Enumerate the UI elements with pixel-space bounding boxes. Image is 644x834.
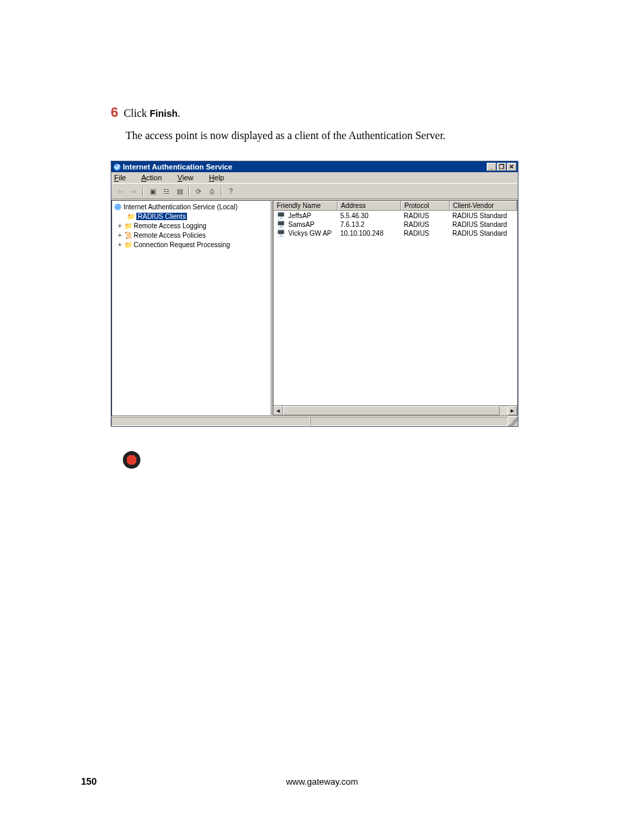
tree-item-label: Remote Access Policies (134, 232, 206, 239)
tree-item-remote-access-policies[interactable]: + 📜 Remote Access Policies (113, 230, 269, 240)
horizontal-scrollbar[interactable]: ◄ ► (273, 405, 517, 415)
toolbar-separator (221, 186, 222, 196)
list-header-row: Friendly Name Address Protocol Client-Ve… (273, 201, 517, 211)
service-icon (113, 203, 122, 211)
list-item[interactable]: 🖥️JeffsAP 5.5.46.30 RADIUS RADIUS Standa… (273, 211, 517, 220)
column-header-client-vendor[interactable]: Client-Vendor (450, 201, 517, 211)
list-pane: Friendly Name Address Protocol Client-Ve… (273, 200, 518, 416)
tree-pane[interactable]: Internet Authentication Service (Local) … (111, 200, 271, 416)
help-button[interactable]: ? (225, 185, 237, 197)
expander-icon[interactable]: + (116, 222, 124, 230)
properties-button[interactable]: ▤ (173, 185, 186, 197)
listview-button[interactable]: ☷ (160, 185, 172, 197)
list-body[interactable]: 🖥️JeffsAP 5.5.46.30 RADIUS RADIUS Standa… (273, 211, 517, 405)
forward-button[interactable]: ⇨ (128, 185, 140, 197)
client-icon: 🖥️ (276, 221, 285, 228)
tree-item-label: Connection Request Processing (134, 241, 230, 249)
maximize-button[interactable]: ❐ (497, 163, 506, 171)
cell-friendly-name: SamsAP (288, 221, 315, 228)
policy-icon: 📜 (124, 232, 132, 239)
scroll-thumb[interactable] (283, 406, 500, 415)
cell-address: 10.10.100.248 (338, 230, 401, 237)
menu-action[interactable]: Action (141, 174, 169, 182)
folder-icon: 📁 (124, 241, 132, 249)
cell-address: 5.5.46.30 (338, 212, 401, 219)
close-button[interactable]: ✕ (507, 163, 516, 171)
tree-item-label: RADIUS Clients (136, 213, 187, 220)
list-item[interactable]: 🖥️SamsAP 7.6.13.2 RADIUS RADIUS Standard (273, 220, 517, 229)
tree-root-label: Internet Authentication Service (Local) (124, 203, 238, 211)
up-button[interactable]: ▣ (146, 185, 159, 197)
cell-address: 7.6.13.2 (338, 221, 401, 228)
expander-icon[interactable]: + (116, 241, 124, 249)
expander-icon[interactable]: + (116, 232, 124, 239)
refresh-button[interactable]: ⟳ (192, 185, 205, 197)
toolbar-separator (142, 186, 144, 196)
column-header-protocol[interactable]: Protocol (401, 201, 450, 211)
app-icon (113, 163, 121, 171)
tree-item-radius-clients[interactable]: 📁 RADIUS Clients (113, 211, 269, 221)
step-instruction: Click Finish. (124, 107, 180, 120)
titlebar[interactable]: Internet Authentication Service _ ❐ ✕ (111, 161, 518, 172)
client-icon: 🖥️ (276, 230, 285, 237)
tree-item-label: Remote Access Logging (134, 222, 207, 230)
export-button[interactable]: ⎙ (206, 185, 218, 197)
window-title: Internet Authentication Service (123, 163, 232, 171)
cell-friendly-name: Vickys GW AP (288, 230, 331, 237)
cell-protocol: RADIUS (401, 212, 450, 219)
svg-point-1 (115, 203, 122, 210)
menu-file[interactable]: File (114, 174, 133, 182)
step-prefix: Click (124, 107, 150, 119)
column-header-friendly-name[interactable]: Friendly Name (273, 201, 338, 211)
cell-client-vendor: RADIUS Standard (450, 221, 517, 228)
menubar: File Action View Help (111, 172, 518, 183)
scroll-right-button[interactable]: ► (508, 406, 517, 415)
step-description: The access point is now displayed as a c… (126, 130, 563, 142)
resize-grip-icon[interactable] (508, 417, 518, 426)
app-window: Internet Authentication Service _ ❐ ✕ Fi… (111, 161, 518, 427)
list-item[interactable]: 🖥️Vickys GW AP 10.10.100.248 RADIUS RADI… (273, 229, 517, 238)
client-icon: 🖥️ (276, 212, 285, 219)
menu-help[interactable]: Help (209, 174, 232, 182)
statusbar (111, 416, 518, 426)
cell-friendly-name: JeffsAP (288, 212, 311, 219)
cell-protocol: RADIUS (401, 221, 450, 228)
tree-item-remote-access-logging[interactable]: + 📁 Remote Access Logging (113, 221, 269, 230)
scroll-track[interactable] (283, 406, 508, 415)
step-suffix: . (178, 107, 180, 119)
tree-root[interactable]: Internet Authentication Service (Local) (113, 202, 269, 211)
status-pane (111, 417, 310, 426)
step-number: 6 (111, 105, 118, 120)
menu-view[interactable]: View (178, 174, 200, 182)
end-of-procedure-icon (123, 451, 140, 469)
window-controls: _ ❐ ✕ (487, 163, 516, 171)
cell-protocol: RADIUS (401, 230, 450, 237)
footer-url: www.gateway.com (0, 777, 644, 787)
folder-icon: 📁 (126, 213, 135, 220)
cell-client-vendor: RADIUS Standard (450, 230, 517, 237)
status-pane (310, 417, 508, 426)
toolbar-separator (188, 186, 190, 196)
column-header-address[interactable]: Address (338, 201, 401, 211)
toolbar: ⇦ ⇨ ▣ ☷ ▤ ⟳ ⎙ ? (111, 183, 518, 199)
back-button[interactable]: ⇦ (114, 185, 126, 197)
folder-icon: 📁 (124, 222, 132, 230)
step-bold: Finish (150, 108, 178, 119)
minimize-button[interactable]: _ (487, 163, 496, 171)
client-area: Internet Authentication Service (Local) … (111, 199, 518, 416)
scroll-left-button[interactable]: ◄ (273, 406, 283, 415)
tree-item-connection-request-processing[interactable]: + 📁 Connection Request Processing (113, 240, 269, 249)
cell-client-vendor: RADIUS Standard (450, 212, 517, 219)
